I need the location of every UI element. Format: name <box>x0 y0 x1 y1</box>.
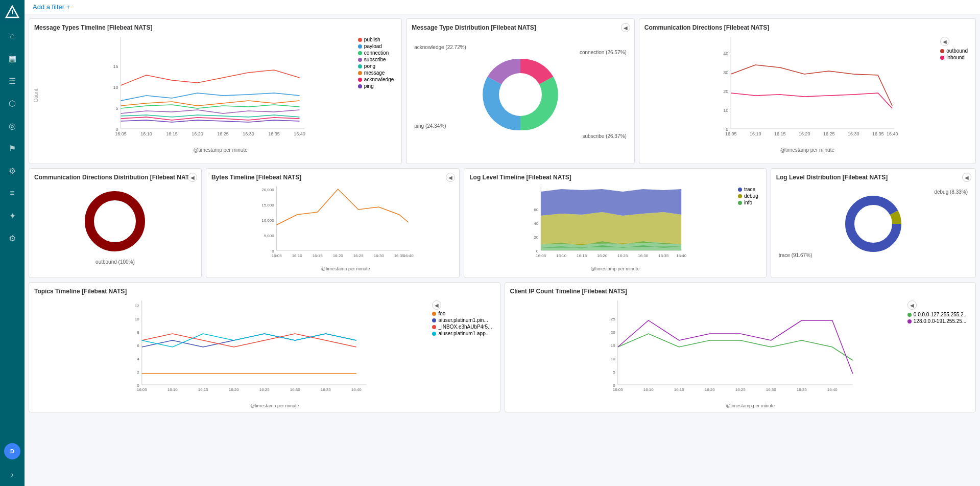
svg-text:16:15: 16:15 <box>577 253 587 258</box>
svg-point-16 <box>499 73 542 116</box>
sidebar-icon-table[interactable]: ☰ <box>0 70 25 92</box>
label-connection: connection (26.57%) <box>580 50 627 55</box>
sidebar-icon-dev[interactable]: ⚙ <box>0 159 25 182</box>
chart-log-wrap: 0 20 40 60 16:05 16:10 <box>469 184 760 271</box>
svg-text:16:10: 16:10 <box>750 131 761 136</box>
topbar: Add a filter + <box>25 0 980 14</box>
panel-client-ip: Client IP Count Timeline [Filebeat NATS]… <box>505 282 976 412</box>
sidebar-icon-expand[interactable]: › <box>0 464 25 486</box>
sidebar-icon-map[interactable]: ◎ <box>0 114 25 137</box>
svg-text:8: 8 <box>137 330 139 335</box>
svg-text:16:40: 16:40 <box>403 253 414 258</box>
prev-btn-msg-dist[interactable]: ◀ <box>621 23 630 32</box>
add-filter-button[interactable]: Add a filter + <box>33 3 70 11</box>
prev-btn-topics[interactable]: ◀ <box>432 300 441 310</box>
svg-text:16:25: 16:25 <box>617 253 628 258</box>
svg-text:16:35: 16:35 <box>796 387 807 392</box>
chart-topics-wrap: 0 2 4 6 8 10 12 16:05 16:10 16:15 16:20 … <box>34 298 495 410</box>
label-trace: trace (91.67%) <box>779 252 812 258</box>
sidebar-icon-gear[interactable]: ⚙ <box>0 227 25 249</box>
svg-text:20: 20 <box>723 89 728 94</box>
panel-title-bytes: Bytes Timeline [Filebeat NATS] <box>211 174 454 181</box>
legend-comm-dir: ◀ outbound inbound <box>940 37 968 61</box>
panel-log-dist: Log Level Distribution [Filebeat NATS] ◀… <box>771 168 976 278</box>
sidebar-icon-list[interactable]: ≡ <box>0 182 25 204</box>
svg-text:10: 10 <box>723 108 728 113</box>
svg-text:16:05: 16:05 <box>115 131 127 136</box>
sidebar-icon-alert[interactable]: ⚑ <box>0 137 25 159</box>
svg-text:12: 12 <box>135 304 139 308</box>
svg-text:10,000: 10,000 <box>261 218 274 223</box>
svg-text:16:25: 16:25 <box>353 253 364 258</box>
prev-btn-comm-dir-dist[interactable]: ◀ <box>188 173 197 182</box>
panel-comm-dir-dist: Communication Directions Distribution [F… <box>29 168 202 278</box>
svg-text:16:30: 16:30 <box>374 253 385 258</box>
sidebar: ⌂ ▦ ☰ ⬡ ◎ ⚑ ⚙ ≡ ✦ ⚙ D › <box>0 0 25 486</box>
sidebar-icon-tool[interactable]: ✦ <box>0 204 25 227</box>
donut-comm-dir-dist: outbound (100%) <box>34 184 196 266</box>
svg-text:16:10: 16:10 <box>643 387 654 392</box>
svg-text:10: 10 <box>610 357 615 361</box>
svg-text:16:10: 16:10 <box>556 253 567 258</box>
panel-title-msg-types: Message Types Timeline [Filebeat NATS] <box>34 24 396 31</box>
prev-btn-log-dist[interactable]: ◀ <box>962 173 971 182</box>
legend-log: trace debug info <box>738 187 758 206</box>
svg-text:16:15: 16:15 <box>166 131 178 136</box>
sidebar-icon-home[interactable]: ⌂ <box>0 25 25 47</box>
legend-topics: ◀ foo aiuser.platinum1.pin... _INBOX.e3h… <box>432 300 492 337</box>
svg-text:16:05: 16:05 <box>272 253 282 258</box>
svg-text:16:40: 16:40 <box>294 131 305 136</box>
panel-title-log-dist: Log Level Distribution [Filebeat NATS] <box>776 174 970 181</box>
svg-text:16:30: 16:30 <box>766 387 776 392</box>
chart-client-ip: 0 5 10 15 20 25 16:05 16:10 16:15 16:20 … <box>510 298 971 400</box>
label-ping: ping (24.34%) <box>414 123 446 129</box>
svg-text:40: 40 <box>534 221 539 226</box>
svg-text:15: 15 <box>113 64 118 69</box>
svg-text:16:10: 16:10 <box>168 387 178 392</box>
row-2: Communication Directions Distribution [F… <box>29 168 976 278</box>
user-avatar[interactable]: D <box>4 443 20 459</box>
sidebar-icon-dashboard[interactable]: ▦ <box>0 47 25 70</box>
prev-btn-client-ip[interactable]: ◀ <box>907 300 917 310</box>
prev-btn-bytes[interactable]: ◀ <box>446 173 455 182</box>
svg-marker-56 <box>541 212 681 245</box>
svg-text:16:40: 16:40 <box>351 387 362 392</box>
svg-text:5: 5 <box>613 370 615 375</box>
svg-text:16:20: 16:20 <box>597 253 608 258</box>
svg-text:16:20: 16:20 <box>192 131 203 136</box>
prev-btn-comm[interactable]: ◀ <box>940 37 949 46</box>
svg-text:16:40: 16:40 <box>676 253 687 258</box>
dashboard: Message Types Timeline [Filebeat NATS] C… <box>25 14 980 486</box>
x-label-bytes: @timestamp per minute <box>237 266 454 271</box>
panel-msg-dist: Message Type Distribution [Filebeat NATS… <box>406 18 635 164</box>
svg-point-33 <box>99 205 131 238</box>
logo[interactable] <box>0 0 25 25</box>
label-outbound-100: outbound (100%) <box>95 259 135 265</box>
y-label-msg: Count <box>33 89 39 103</box>
donut-msg-dist: acknowledge (22.72%) connection (26.57%)… <box>412 34 629 154</box>
panel-title-msg-dist: Message Type Distribution [Filebeat NATS… <box>412 24 629 31</box>
chart-client-ip-wrap: 0 5 10 15 20 25 16:05 16:10 16:15 16:20 … <box>510 298 971 410</box>
svg-text:16:35: 16:35 <box>268 131 280 136</box>
svg-text:16:10: 16:10 <box>292 253 303 258</box>
svg-text:10: 10 <box>113 85 118 90</box>
panel-topics: Topics Timeline [Filebeat NATS] 0 2 4 6 … <box>29 282 500 412</box>
svg-text:2: 2 <box>137 370 139 375</box>
chart-log: 0 20 40 60 16:05 16:10 <box>469 184 760 263</box>
svg-text:16:40: 16:40 <box>887 131 898 136</box>
svg-text:20: 20 <box>534 235 539 240</box>
svg-text:16:30: 16:30 <box>290 387 301 392</box>
row-3: Topics Timeline [Filebeat NATS] 0 2 4 6 … <box>29 282 976 412</box>
svg-text:16:30: 16:30 <box>638 253 649 258</box>
svg-text:16:25: 16:25 <box>217 131 229 136</box>
panel-title-log: Log Level Timeline [Filebeat NATS] <box>469 174 760 181</box>
sidebar-icon-shield[interactable]: ⬡ <box>0 92 25 114</box>
svg-text:5,000: 5,000 <box>264 234 275 238</box>
row-1: Message Types Timeline [Filebeat NATS] C… <box>29 18 976 164</box>
svg-text:15,000: 15,000 <box>261 203 274 207</box>
panel-title-topics: Topics Timeline [Filebeat NATS] <box>34 288 495 295</box>
svg-text:16:15: 16:15 <box>674 387 684 392</box>
x-label-log: @timestamp per minute <box>469 266 760 271</box>
svg-text:6: 6 <box>137 343 139 348</box>
x-label-msg: @timestamp per minute <box>44 147 396 153</box>
